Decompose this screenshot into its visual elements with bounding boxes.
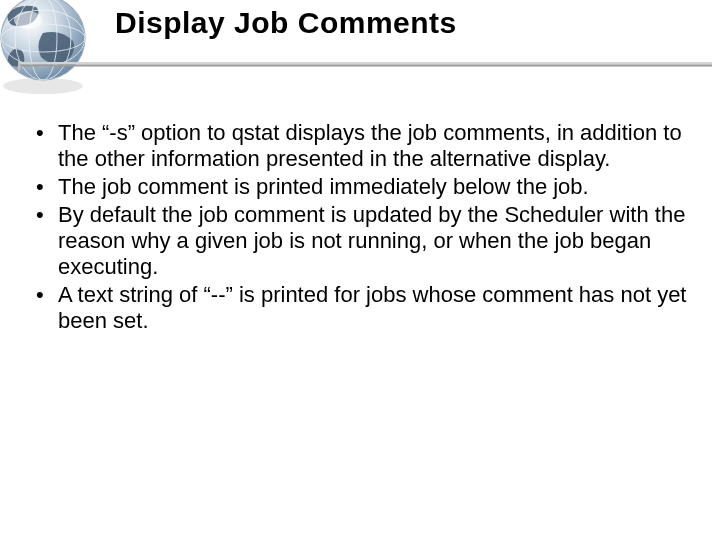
bullet-item: By default the job comment is updated by… xyxy=(30,202,692,280)
svg-point-7 xyxy=(14,11,42,29)
title-underline xyxy=(18,58,712,72)
bullet-item: A text string of “--” is printed for job… xyxy=(30,282,692,334)
svg-rect-8 xyxy=(18,62,712,65)
globe-icon xyxy=(0,0,98,98)
svg-point-1 xyxy=(3,78,83,94)
bullet-item: The job comment is printed immediately b… xyxy=(30,174,692,200)
title-bar: Display Job Comments xyxy=(115,6,700,66)
bullet-list: The “-s” option to qstat displays the jo… xyxy=(30,120,692,334)
slide-title: Display Job Comments xyxy=(115,6,700,40)
svg-point-3 xyxy=(1,24,85,52)
content-area: The “-s” option to qstat displays the jo… xyxy=(30,120,692,336)
svg-rect-9 xyxy=(18,65,712,67)
bullet-item: The “-s” option to qstat displays the jo… xyxy=(30,120,692,172)
